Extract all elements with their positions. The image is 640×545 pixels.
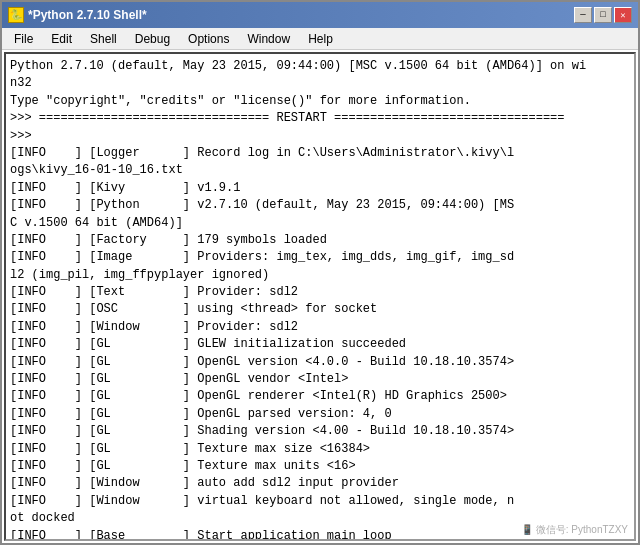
console-line: [INFO ] [GL ] Shading version <4.00 - Bu… [10, 423, 630, 440]
console-line: [INFO ] [GL ] GLEW initialization succee… [10, 336, 630, 353]
console-line: [INFO ] [Window ] auto add sdl2 input pr… [10, 475, 630, 492]
console-output: Python 2.7.10 (default, May 23 2015, 09:… [4, 52, 636, 541]
console-line: Python 2.7.10 (default, May 23 2015, 09:… [10, 58, 630, 75]
menu-item-shell[interactable]: Shell [82, 30, 125, 48]
title-bar: 🐍 *Python 2.7.10 Shell* ─ □ ✕ [2, 2, 638, 28]
console-line: [INFO ] [GL ] OpenGL parsed version: 4, … [10, 406, 630, 423]
console-line: [INFO ] [Python ] v2.7.10 (default, May … [10, 197, 630, 214]
console-line: [INFO ] [Factory ] 179 symbols loaded [10, 232, 630, 249]
console-line: l2 (img_pil, img_ffpyplayer ignored) [10, 267, 630, 284]
menu-item-file[interactable]: File [6, 30, 41, 48]
console-line: [INFO ] [GL ] OpenGL version <4.0.0 - Bu… [10, 354, 630, 371]
minimize-button[interactable]: ─ [574, 7, 592, 23]
console-line: [INFO ] [Text ] Provider: sdl2 [10, 284, 630, 301]
console-line: [INFO ] [Logger ] Record log in C:\Users… [10, 145, 630, 162]
menu-item-window[interactable]: Window [239, 30, 298, 48]
console-line: [INFO ] [Image ] Providers: img_tex, img… [10, 249, 630, 266]
menu-bar: FileEditShellDebugOptionsWindowHelp [2, 28, 638, 50]
console-line: [INFO ] [Window ] virtual keyboard not a… [10, 493, 630, 510]
console-line: [INFO ] [GL ] Texture max size <16384> [10, 441, 630, 458]
close-button[interactable]: ✕ [614, 7, 632, 23]
title-controls: ─ □ ✕ [574, 7, 632, 23]
console-line: >>> ================================ RES… [10, 110, 630, 127]
console-line: C v.1500 64 bit (AMD64)] [10, 215, 630, 232]
console-line: ogs\kivy_16-01-10_16.txt [10, 162, 630, 179]
menu-item-help[interactable]: Help [300, 30, 341, 48]
title-bar-left: 🐍 *Python 2.7.10 Shell* [8, 7, 147, 23]
console-line: [INFO ] [GL ] Texture max units <16> [10, 458, 630, 475]
app-icon: 🐍 [8, 7, 24, 23]
console-line: Type "copyright", "credits" or "license(… [10, 93, 630, 110]
menu-item-options[interactable]: Options [180, 30, 237, 48]
console-line: [INFO ] [Window ] Provider: sdl2 [10, 319, 630, 336]
console-line: [INFO ] [GL ] OpenGL vendor <Intel> [10, 371, 630, 388]
menu-item-edit[interactable]: Edit [43, 30, 80, 48]
main-window: 🐍 *Python 2.7.10 Shell* ─ □ ✕ FileEditSh… [0, 0, 640, 545]
watermark-text: 微信号: PythonTZXY [536, 524, 628, 535]
menu-item-debug[interactable]: Debug [127, 30, 178, 48]
console-line: [INFO ] [GL ] OpenGL renderer <Intel(R) … [10, 388, 630, 405]
console-line: >>> [10, 128, 630, 145]
maximize-button[interactable]: □ [594, 7, 612, 23]
window-title: *Python 2.7.10 Shell* [28, 8, 147, 22]
watermark: 📱 微信号: PythonTZXY [521, 523, 628, 537]
console-line: n32 [10, 75, 630, 92]
console-line: [INFO ] [OSC ] using <thread> for socket [10, 301, 630, 318]
console-line: [INFO ] [Kivy ] v1.9.1 [10, 180, 630, 197]
watermark-icon: 📱 [521, 524, 533, 535]
